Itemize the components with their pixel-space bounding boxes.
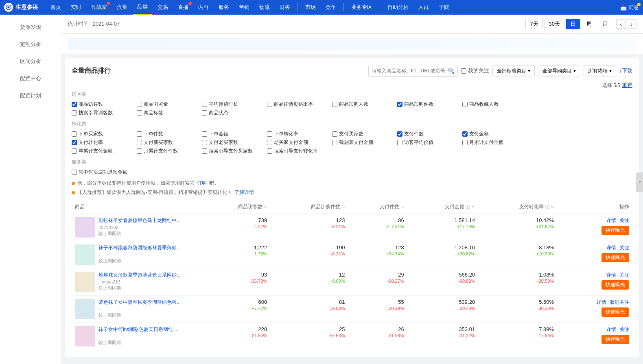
- filter-refund-amount[interactable]: 售中售后成功退款金额: [72, 169, 137, 176]
- filter-addcart-count[interactable]: 商品加购件数: [397, 101, 462, 108]
- quick-expose-button-1[interactable]: 快速曝光: [601, 253, 629, 262]
- my-follow-input[interactable]: [461, 68, 466, 74]
- filter-order-rate-cb[interactable]: [267, 131, 272, 137]
- filter-order-items-cb[interactable]: [137, 131, 142, 137]
- notice-link-2[interactable]: 了解详情: [234, 189, 254, 196]
- quick-expose-button-3[interactable]: 快速曝光: [601, 307, 629, 317]
- nav-traffic[interactable]: 流量: [113, 0, 131, 15]
- col-paid-amount[interactable]: 支付金额 ⓘ ▼: [407, 200, 478, 214]
- app-logo[interactable]: 生意参谋: [4, 3, 38, 12]
- standard-category-dropdown[interactable]: 全部标准类目 ▾: [492, 65, 535, 76]
- product-name-2[interactable]: 堆堆袜女薄款夏季超薄蓝色日系网纱...: [98, 272, 199, 279]
- filter-pageview-cb[interactable]: [137, 102, 142, 107]
- col-addcart[interactable]: 商品加购件数 ⇅: [270, 200, 348, 214]
- filter-addcart-count-cb[interactable]: [397, 102, 402, 107]
- filter-new-buyers[interactable]: 支付新买家数: [137, 139, 202, 146]
- nav-business[interactable]: 业务专区: [347, 0, 376, 15]
- filter-bounce-cb[interactable]: [267, 102, 272, 107]
- filter-dwell[interactable]: 平均停留时长: [202, 101, 267, 108]
- nav-service[interactable]: 服务: [214, 0, 233, 15]
- filter-pay-rate[interactable]: 支付转化率: [72, 139, 137, 146]
- filter-avg-value[interactable]: 访客平均价值: [397, 139, 462, 146]
- sidebar-item-plan[interactable]: 配置计划: [0, 87, 61, 104]
- filter-monthly-amount[interactable]: 月累计支付金额: [462, 139, 527, 146]
- follow-link-1[interactable]: 关注: [619, 244, 629, 251]
- filter-pay-buyers[interactable]: 支付买家数: [332, 131, 397, 137]
- filter-addcart-people[interactable]: 商品加购人数: [332, 101, 397, 108]
- filter-monthly-count[interactable]: 月累计支付件数: [137, 148, 202, 155]
- nav-compete[interactable]: 竞争: [322, 0, 340, 15]
- filter-snapshot-amount-cb[interactable]: [332, 140, 337, 145]
- filter-collect[interactable]: 商品收藏人数: [462, 101, 527, 108]
- date-next-button[interactable]: ›: [627, 19, 636, 29]
- notice-link-1[interactable]: 订购: [197, 180, 207, 187]
- filter-pay-amount-cb[interactable]: [462, 131, 468, 137]
- filter-dwell-cb[interactable]: [202, 102, 207, 107]
- quick-expose-button-0[interactable]: 快速曝光: [601, 226, 629, 235]
- detail-link-4[interactable]: 详情: [606, 326, 616, 333]
- nav-logistics[interactable]: 物流: [255, 0, 274, 15]
- filter-pageview[interactable]: 商品浏览量: [137, 101, 202, 108]
- filter-order-rate[interactable]: 下单转化率: [267, 131, 332, 137]
- filter-product-status[interactable]: 商品状态: [202, 109, 267, 116]
- detail-link-0[interactable]: 详情: [606, 217, 616, 224]
- filter-monthly-count-cb[interactable]: [137, 148, 142, 154]
- date-prev-button[interactable]: ‹: [616, 19, 626, 29]
- filter-search-pay-buyers[interactable]: 搜索引导支付买家数: [202, 148, 267, 155]
- nav-analysis[interactable]: 自助分析: [383, 0, 413, 15]
- download-button[interactable]: ↓下载: [619, 67, 633, 74]
- sidebar-item-custom[interactable]: 定制分析: [0, 36, 61, 53]
- filter-search-visitors-cb[interactable]: [72, 110, 77, 116]
- filter-order-buyers-cb[interactable]: [72, 131, 77, 137]
- sidebar-item-interval[interactable]: 区间分析: [0, 53, 61, 70]
- filter-old-amount[interactable]: 老买家支付金额: [267, 139, 332, 146]
- filter-product-status-cb[interactable]: [202, 110, 207, 116]
- follow-link-4[interactable]: 关注: [619, 326, 629, 333]
- filter-order-amount[interactable]: 下单金额: [202, 131, 267, 137]
- search-input[interactable]: [368, 65, 458, 77]
- nav-war-room[interactable]: 作战室: [87, 0, 111, 15]
- filter-visitors-cb[interactable]: [72, 102, 77, 107]
- filter-pay-count-cb[interactable]: [397, 131, 402, 137]
- nav-trade[interactable]: 交易: [153, 0, 172, 15]
- sidebar-item-config[interactable]: 配置中心: [0, 70, 61, 87]
- filter-avg-value-cb[interactable]: [397, 140, 402, 145]
- filter-monthly-amount-cb[interactable]: [462, 140, 468, 145]
- product-name-3[interactable]: 蓝色袜子女中筒春秋夏季湖蓝纯色韩...: [98, 299, 199, 306]
- quick-expose-button-2[interactable]: 快速曝光: [601, 280, 629, 290]
- guide-category-dropdown[interactable]: 全部导购类目 ▾: [538, 65, 580, 76]
- filter-search-pay-rate[interactable]: 搜索引导支付转化率: [267, 148, 332, 155]
- nav-live[interactable]: 直播: [174, 0, 192, 15]
- nav-crowd[interactable]: 人群: [414, 0, 433, 15]
- filter-product-tag-cb[interactable]: [137, 110, 142, 116]
- filter-yearly-amount[interactable]: 年累计支付金额: [72, 148, 137, 155]
- col-visitors[interactable]: 商品访客数 ⇅: [202, 200, 270, 214]
- filter-addcart-people-cb[interactable]: [332, 102, 337, 107]
- date-tab-month[interactable]: 月: [598, 19, 612, 29]
- date-tab-7d[interactable]: 7天: [525, 19, 542, 29]
- nav-realtime[interactable]: 实时: [67, 0, 85, 15]
- reset-button[interactable]: 重置: [622, 82, 632, 89]
- filter-order-buyers[interactable]: 下单买家数: [72, 131, 137, 137]
- nav-academy[interactable]: 学院: [435, 0, 453, 15]
- filter-snapshot-amount[interactable]: 截刻算支付金额: [332, 139, 397, 146]
- follow-link-0[interactable]: 关注: [619, 217, 629, 224]
- filter-old-buyers-cb[interactable]: [202, 140, 207, 145]
- nav-home[interactable]: 首页: [46, 0, 65, 15]
- nav-marketing[interactable]: 营销: [235, 0, 254, 15]
- col-conv-rate[interactable]: 支付转化率 ⓘ ⇅: [478, 200, 557, 214]
- detail-link-1[interactable]: 详情: [606, 244, 616, 251]
- detail-link-2[interactable]: 详情: [606, 272, 616, 279]
- filter-pay-rate-cb[interactable]: [72, 140, 77, 145]
- sidebar-collapse-toggle[interactable]: 下: [636, 172, 643, 192]
- filter-order-amount-cb[interactable]: [202, 131, 207, 137]
- terminal-dropdown[interactable]: 所有终端 ▾: [584, 65, 616, 76]
- filter-pay-count[interactable]: 支付件数: [397, 131, 462, 137]
- detail-link-3[interactable]: 详情: [597, 299, 606, 306]
- nav-market[interactable]: 市场: [301, 0, 320, 15]
- filter-yearly-amount-cb[interactable]: [72, 148, 77, 154]
- filter-pay-buyers-cb[interactable]: [332, 131, 337, 137]
- date-tab-day[interactable]: 日: [566, 19, 580, 29]
- nav-category[interactable]: 品类: [133, 0, 152, 15]
- product-name-4[interactable]: 袜子女中筒ins潮彩色夏天日系网红...: [98, 326, 199, 333]
